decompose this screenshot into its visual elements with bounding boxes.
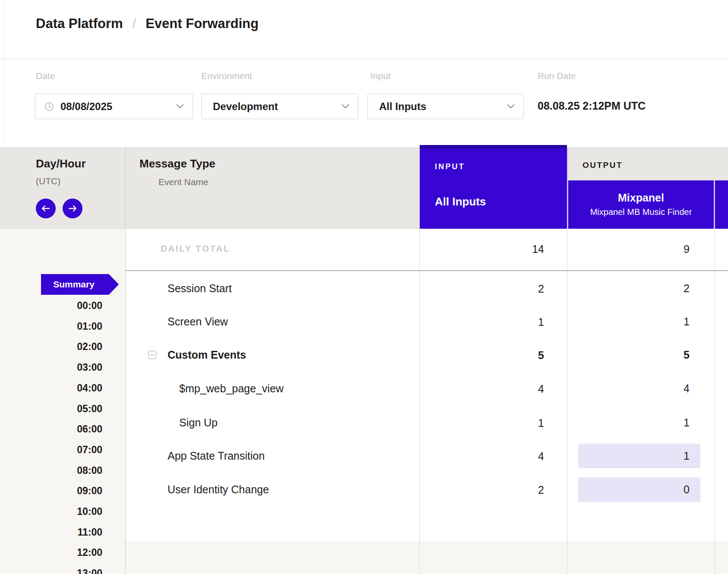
input-select[interactable]: All Inputs (367, 94, 524, 119)
hour-slot-1100[interactable]: 11:00 (0, 525, 102, 539)
breadcrumb: Data Platform / Event Forwarding (36, 16, 259, 32)
environment-select[interactable]: Development (201, 94, 358, 119)
hour-slot-0100[interactable]: 01:00 (0, 319, 102, 333)
column-gap-divider (567, 148, 568, 229)
output-column-header-partial[interactable] (715, 180, 728, 229)
next-day-button[interactable] (63, 199, 82, 218)
input-count: 5 (420, 343, 544, 368)
page-title: Event Forwarding (146, 16, 259, 32)
message-type-column-title: Message Type (139, 157, 215, 170)
chevron-down-icon (507, 104, 515, 109)
hour-slot-0600[interactable]: 06:00 (0, 422, 102, 436)
event-name: Custom Events (168, 349, 246, 361)
environment-filter-label: Environment (201, 71, 252, 81)
clock-icon (44, 101, 54, 112)
summary-badge[interactable]: Summary (41, 274, 119, 295)
arrow-left-icon (41, 205, 51, 211)
event-name: Session Start (168, 282, 232, 295)
output-count: 2 (578, 276, 700, 301)
input-count: 2 (420, 276, 544, 301)
day-hour-column-title: Day/Hour (36, 157, 86, 170)
output-count: 5 (578, 343, 700, 367)
output-count: 1 (578, 410, 700, 435)
daily-total-label: DAILY TOTAL (161, 244, 230, 254)
chevron-down-icon (342, 104, 349, 109)
event-name: App State Transition (168, 450, 265, 462)
output-group-label: OUTPUT (582, 161, 623, 170)
rail-column-divider (125, 147, 126, 574)
hour-slot-0500[interactable]: 05:00 (0, 402, 102, 416)
daily-total-input-count: 14 (420, 237, 544, 262)
input-count: 2 (420, 477, 544, 502)
message-type-column-subtitle: Event Name (158, 177, 209, 187)
output-column-header-mixpanel[interactable]: Mixpanel Mixpanel MB Music Finder (568, 180, 714, 229)
input-filter-label: Input (370, 71, 391, 81)
run-date-value: 08.08.25 2:12PM UTC (538, 100, 646, 112)
column-gap-divider (714, 180, 715, 229)
input-count: 4 (420, 376, 544, 401)
previous-day-button[interactable] (36, 199, 56, 218)
event-forwarding-page: Data Platform / Event Forwarding Date En… (0, 0, 728, 574)
hour-slot-1300[interactable]: 13:00 (0, 566, 102, 574)
chevron-down-icon (176, 104, 184, 109)
input-count: 4 (420, 444, 544, 469)
date-select[interactable]: 08/08/2025 (35, 94, 193, 119)
output-column-subtitle: Mixpanel MB Music Finder (568, 207, 714, 217)
hour-slot-0300[interactable]: 03:00 (0, 360, 102, 374)
event-name: Screen View (168, 315, 228, 328)
hour-slot-0900[interactable]: 09:00 (0, 484, 102, 498)
hour-slot-0200[interactable]: 02:00 (0, 340, 102, 353)
output-column-right-border (715, 229, 715, 574)
input-column-name: All Inputs (435, 195, 486, 208)
summary-badge-label: Summary (53, 279, 95, 290)
run-date-label: Run Date (538, 71, 576, 81)
output-count: 1 (578, 309, 700, 334)
breadcrumb-separator: / (133, 16, 136, 32)
input-column-header[interactable]: INPUT All Inputs (420, 145, 567, 229)
output-count-highlighted: 0 (578, 477, 700, 502)
input-select-value: All Inputs (379, 101, 426, 113)
header-divider (0, 59, 728, 59)
input-column-right-border (567, 229, 567, 574)
day-hour-column-subtitle: (UTC) (36, 176, 60, 186)
input-count: 1 (420, 410, 544, 435)
environment-select-value: Development (213, 101, 278, 113)
hour-slot-0400[interactable]: 04:00 (0, 381, 102, 395)
hour-slot-0700[interactable]: 07:00 (0, 443, 102, 457)
hour-slot-1200[interactable]: 12:00 (0, 546, 102, 559)
hour-slot-0000[interactable]: 00:00 (0, 299, 102, 312)
input-count: 1 (420, 309, 544, 334)
output-count: 4 (578, 376, 700, 401)
event-name: User Identity Change (168, 483, 269, 496)
breadcrumb-data-platform[interactable]: Data Platform (36, 16, 123, 32)
event-name: $mp_web_page_view (179, 382, 284, 395)
date-filter-label: Date (36, 71, 55, 81)
daily-total-divider (126, 270, 728, 271)
output-column-name: Mixpanel (568, 192, 714, 204)
table-footer-band (126, 541, 728, 574)
input-column-left-border (419, 229, 420, 574)
hour-slot-1000[interactable]: 10:00 (0, 505, 102, 518)
event-name: Sign Up (179, 416, 218, 429)
collapse-minus-icon[interactable] (148, 351, 156, 359)
input-group-label: INPUT (435, 162, 465, 171)
hour-slot-0800[interactable]: 08:00 (0, 464, 102, 477)
daily-total-output-count: 9 (578, 237, 700, 262)
arrow-right-icon (68, 205, 77, 211)
output-count-highlighted: 1 (578, 444, 700, 468)
date-select-value: 08/08/2025 (60, 101, 112, 113)
